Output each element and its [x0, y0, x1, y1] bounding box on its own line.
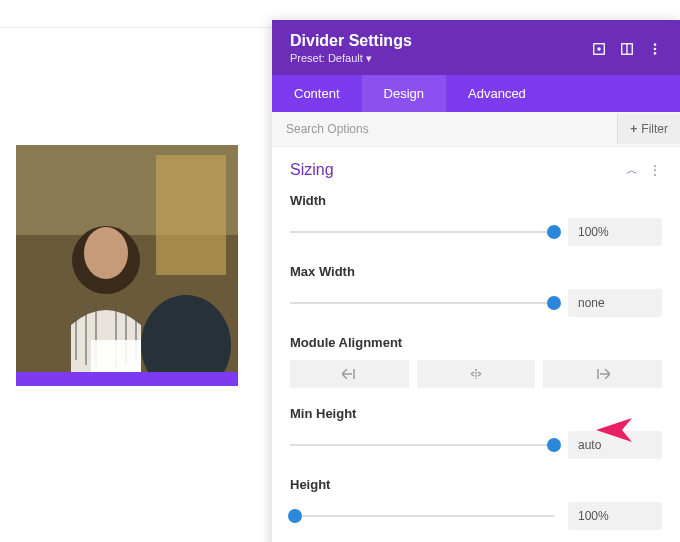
label-height: Height [290, 477, 662, 492]
input-height[interactable]: 100% [568, 502, 662, 530]
slider-max-width[interactable] [290, 295, 554, 311]
collapse-section-icon[interactable]: ︿ [626, 162, 638, 179]
input-min-height[interactable]: auto [568, 431, 662, 459]
module-divider-bar [16, 372, 238, 386]
section-title-sizing: Sizing [290, 161, 334, 179]
svg-point-17 [654, 43, 657, 46]
svg-rect-2 [156, 155, 226, 275]
align-center-button[interactable] [417, 360, 536, 388]
filter-button[interactable]: +Filter [617, 114, 680, 144]
tab-design[interactable]: Design [362, 75, 446, 112]
search-row: Search Options +Filter [272, 112, 680, 147]
image-placeholder [16, 145, 238, 372]
label-min-height: Min Height [290, 406, 662, 421]
input-width[interactable]: 100% [568, 218, 662, 246]
expand-icon[interactable] [592, 42, 606, 56]
label-max-width: Max Width [290, 264, 662, 279]
svg-point-19 [654, 52, 657, 55]
align-right-button[interactable] [543, 360, 662, 388]
panel-layout-icon[interactable] [620, 42, 634, 56]
slider-height[interactable] [290, 508, 554, 524]
slider-width[interactable] [290, 224, 554, 240]
content-module[interactable] [16, 145, 238, 386]
svg-point-4 [84, 227, 128, 279]
svg-rect-12 [91, 340, 141, 372]
label-width: Width [290, 193, 662, 208]
settings-panel: Divider Settings Preset: Default ▾ Conte… [272, 20, 680, 542]
tab-content[interactable]: Content [272, 75, 362, 112]
label-alignment: Module Alignment [290, 335, 662, 350]
input-max-width[interactable]: none [568, 289, 662, 317]
panel-header: Divider Settings Preset: Default ▾ [272, 20, 680, 75]
panel-title: Divider Settings [290, 32, 412, 50]
more-icon[interactable] [648, 42, 662, 56]
preset-selector[interactable]: Preset: Default ▾ [290, 52, 412, 65]
svg-point-18 [654, 47, 657, 50]
tab-advanced[interactable]: Advanced [446, 75, 548, 112]
search-input[interactable]: Search Options [272, 112, 617, 146]
slider-min-height[interactable] [290, 437, 554, 453]
tabs: Content Design Advanced [272, 75, 680, 112]
align-left-button[interactable] [290, 360, 409, 388]
section-more-icon[interactable]: ⋮ [648, 163, 662, 177]
svg-point-14 [597, 47, 601, 51]
